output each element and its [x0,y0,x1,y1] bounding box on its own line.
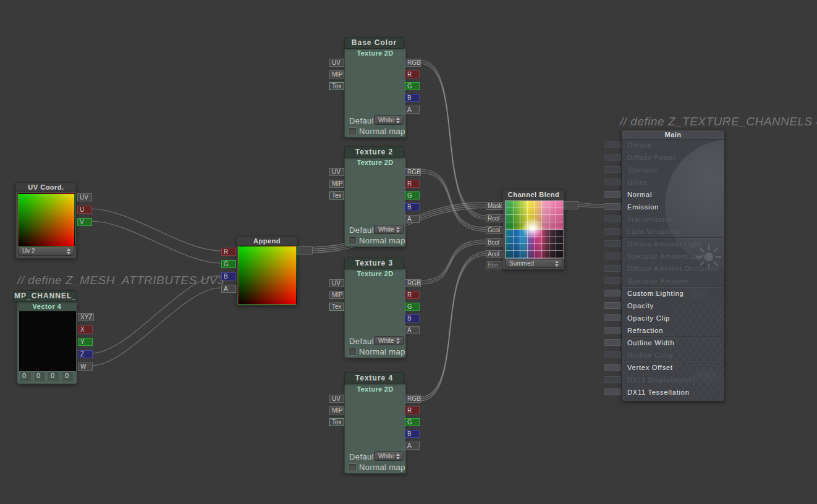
port-append-in-r[interactable]: R [221,248,236,256]
port-texture3-in-uv[interactable]: UV [329,279,344,287]
port-texture4-out-a[interactable]: A [405,442,420,450]
texture3-node-label[interactable]: Texture 3 [344,258,404,269]
main-input-specular[interactable]: Specular [622,164,724,176]
vector4-y-field[interactable]: 0 [33,371,46,380]
port-main-specular[interactable] [604,166,620,173]
port-main-diffuse-ambient-occlusion[interactable] [604,265,620,272]
port-cb-in-acol[interactable]: Acol [486,250,502,258]
main-input-outline-color[interactable]: Outline Color [622,349,724,361]
node-texture-2[interactable]: Texture 2D UV MIP Tex RGB R G B A Defaul… [344,157,406,247]
main-input-diffuse-power[interactable]: Diffuse Power [622,151,724,164]
port-main-light-wrapping[interactable] [604,228,620,235]
port-main-specular-ambient-occlusion[interactable] [604,277,620,284]
comment-texture-channels[interactable]: // define Z_TEXTURE_CHANNELS 4 [620,115,817,128]
main-input-custom-lighting[interactable]: Custom Lighting [622,287,724,300]
node-channel-blend[interactable]: Channel Blend Summed Mask Rcol Gcol Bcol… [502,190,565,270]
port-texture2-in-uv[interactable]: UV [329,168,344,176]
port-main-opacity-clip[interactable] [604,314,620,321]
port-main-dx11-displacement[interactable] [604,376,620,383]
vector4-w-field[interactable]: 0 [62,371,74,380]
port-texture2-out-rgb[interactable]: RGB [405,168,421,176]
texture1-normal-map-checkbox[interactable] [349,127,357,135]
texture4-normal-map-checkbox[interactable] [349,463,357,471]
port-texture3-out-rgb[interactable]: RGB [405,279,421,287]
port-texture1-out-rgb[interactable]: RGB [405,59,421,67]
port-texture4-out-rgb[interactable]: RGB [405,395,421,403]
node-uv-coord[interactable]: UV Coord. Uv 2 UV U V [15,182,77,259]
port-main-outline-width[interactable] [604,339,620,346]
vector4-x-field[interactable]: 0 [19,371,32,380]
port-texture4-out-g[interactable]: G [405,418,420,426]
port-texture4-in-uv[interactable]: UV [329,395,344,403]
port-texture4-out-r[interactable]: R [405,406,420,414]
port-main-emission[interactable] [604,203,620,210]
blend-mode-dropdown[interactable]: Summed [505,259,562,268]
port-uvcoord-out-v[interactable]: V [77,218,92,226]
main-input-diffuse-ambient-light[interactable]: Diffuse Ambient Light [622,238,724,250]
main-input-emission[interactable]: Emission [622,201,724,213]
node-texture-4[interactable]: Texture 2D UV MIP Tex RGB R G B A Defaul… [344,384,406,474]
port-append-in-b[interactable]: B [221,272,236,280]
node-main[interactable]: Main Diffuse Diffuse Power Specular Glos… [621,130,725,401]
port-uvcoord-out-u[interactable]: U [77,206,92,214]
main-input-gloss[interactable]: Gloss [622,176,724,188]
main-input-specular-ambient-light[interactable]: Specular Ambient Light [622,250,724,262]
port-append-out[interactable] [297,246,313,254]
port-main-diffuse[interactable] [604,141,620,148]
node-vector4[interactable]: Vector 4 0 0 0 0 XYZ X Y Z W [17,301,77,384]
port-texture1-in-uv[interactable]: UV [329,59,344,67]
main-input-specular-ambient-occlusion[interactable]: Specular Ambient Occlusion [622,275,724,287]
port-append-in-g[interactable]: G [221,260,236,268]
main-input-light-wrapping[interactable]: Light Wrapping [622,225,724,238]
main-input-transmission[interactable]: Transmission [622,213,724,225]
node-append[interactable]: Append R G B A [236,236,298,306]
port-texture1-in-mip[interactable]: MIP [329,70,344,78]
node-texture-3[interactable]: Texture 2D UV MIP Tex RGB R G B A Defaul… [344,268,406,358]
vector4-z-field[interactable]: 0 [48,371,60,380]
port-main-custom-lighting[interactable] [604,290,620,296]
main-input-refraction[interactable]: Refraction [622,324,724,337]
port-vector4-out-z[interactable]: Z [78,350,93,358]
port-texture3-out-b[interactable]: B [405,314,420,322]
vector4-node-label[interactable]: MP_CHANNEL_U [14,290,77,302]
port-texture2-out-a[interactable]: A [405,215,420,223]
port-main-diffuse-ambient-light[interactable] [604,240,620,247]
port-texture3-out-g[interactable]: G [405,303,420,311]
texture3-default-dropdown[interactable]: White [374,336,404,345]
main-input-vertex-offset[interactable]: Vertex Offset [622,361,724,374]
port-texture1-out-g[interactable]: G [405,82,420,90]
port-texture3-out-r[interactable]: R [405,291,420,299]
comment-mesh-attributes[interactable]: // define Z_MESH_ATTRIBUTES UV3 [17,274,224,287]
main-input-opacity[interactable]: Opacity [622,300,724,312]
node-editor-canvas[interactable]: // define Z_MESH_ATTRIBUTES UV3 // defin… [0,0,817,504]
port-main-opacity[interactable] [604,302,620,309]
port-cb-in-btm[interactable]: Btm [486,261,502,269]
main-input-diffuse[interactable]: Diffuse [622,139,724,151]
port-vector4-out-x[interactable]: X [78,326,93,334]
main-input-outline-width[interactable]: Outline Width [622,337,724,349]
port-main-transmission[interactable] [604,216,620,222]
texture3-normal-map-checkbox[interactable] [349,348,357,356]
main-input-normal[interactable]: Normal [622,188,724,201]
port-main-normal[interactable] [604,191,620,198]
main-input-dx11-tessellation[interactable]: DX11 Tessellation [622,386,724,398]
port-uvcoord-out-uv[interactable]: UV [77,193,92,201]
port-vector4-out-w[interactable]: W [78,363,93,371]
texture2-default-dropdown[interactable]: White [374,225,404,234]
texture4-node-label[interactable]: Texture 4 [344,372,404,384]
port-texture3-in-tex[interactable]: Tex [329,303,344,311]
texture2-node-label[interactable]: Texture 2 [344,146,404,158]
port-main-dx11-tessellation[interactable] [604,388,620,395]
texture1-default-dropdown[interactable]: White [374,116,404,125]
port-texture2-in-mip[interactable]: MIP [329,180,344,188]
port-main-diffuse-power[interactable] [604,154,620,161]
port-texture4-in-mip[interactable]: MIP [329,406,344,414]
port-texture1-in-tex[interactable]: Tex [329,82,344,90]
port-texture2-out-b[interactable]: B [405,203,420,211]
port-texture3-in-mip[interactable]: MIP [329,291,344,299]
port-texture1-out-r[interactable]: R [405,70,420,78]
port-texture4-out-b[interactable]: B [405,430,420,438]
texture4-default-dropdown[interactable]: White [374,452,404,461]
port-texture4-in-tex[interactable]: Tex [329,418,344,426]
node-texture-base-color[interactable]: Texture 2D UV MIP Tex RGB R G B A Defaul… [344,48,406,138]
